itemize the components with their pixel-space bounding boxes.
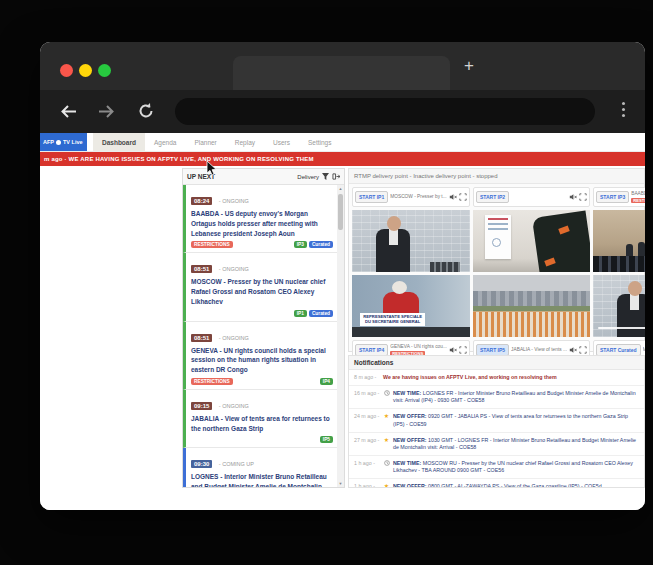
stream-controls-ip3: START IP3 BAABDA - US deputy en... RESTR… [593,187,645,207]
up-next-scrollbar[interactable]: ▲ ▼ [337,185,344,487]
delivery-label: Delivery [297,174,319,180]
tab-replay[interactable]: Replay [226,133,264,151]
rtmp-panel: RTMP delivery point - Inactive delivery … [348,168,645,352]
delivery-badge-ip: IP1 [294,310,307,317]
forward-icon[interactable] [98,104,115,123]
start-ip2-button[interactable]: START IP2 [476,191,509,203]
video-ip5-jabalia[interactable] [473,275,590,337]
notification-time: 1 h ago - [354,460,380,466]
start-ip1-button[interactable]: START IP1 [355,191,388,203]
delivery-badge-ip: IP3 [294,241,307,248]
event-status: - ONGOING [219,198,249,204]
clock-icon [383,390,390,397]
event-card[interactable]: 09:30 - COMING UP LOGNES - Interior Mini… [183,448,337,487]
browser-titlebar: + [40,42,645,90]
restrictions-badge: RESTRICTIONS [631,198,645,203]
tab-users[interactable]: Users [264,133,299,151]
filter-icon[interactable] [322,173,329,180]
event-status: - ONGOING [219,403,249,409]
notification-time: 1 h ago - [354,483,380,488]
afp-tv-live-logo[interactable]: AFP TV Live [40,133,87,151]
notification-text: NEW OFFER: 1030 GMT - LOGNES FR - Interi… [393,437,639,451]
video-ip1-moscow[interactable] [352,210,470,272]
event-time: 08:24 [191,197,212,205]
restrictions-badge: RESTRICTIONS [191,241,233,248]
start-ip3-button[interactable]: START IP3 [596,191,629,203]
notification-text: NEW OFFER: 0800 GMT - AL-ZAWAYDA PS - Vi… [393,483,602,488]
up-next-title: UP NEXT [187,173,297,180]
clock-icon [383,460,390,467]
scroll-up-icon[interactable]: ▲ [338,186,343,191]
new-tab-button[interactable]: + [458,55,480,77]
notification-row[interactable]: 1 h ago - ★ NEW OFFER: 0800 GMT - AL-ZAW… [349,479,644,488]
event-title: MOSCOW - Presser by the UN nuclear chief… [191,277,333,306]
tab-planner[interactable]: Planner [185,133,225,151]
event-card[interactable]: 08:51 - ONGOING GENEVA - UN rights counc… [183,322,337,390]
seek-bar[interactable] [598,327,645,329]
event-status: - ONGOING [219,335,249,341]
event-status: - ONGOING [219,266,249,272]
rtmp-header: RTMP delivery point - Inactive delivery … [349,169,644,184]
video-ip3-baabda[interactable] [593,210,645,272]
notification-row[interactable]: 27 m ago - ★ NEW OFFER: 1030 GMT - LOGNE… [349,433,644,456]
notification-time: 24 m ago - [354,413,380,419]
address-bar[interactable] [175,98,595,125]
fullscreen-icon[interactable] [459,193,467,201]
collapse-panel-icon[interactable] [332,173,340,180]
tab-settings[interactable]: Settings [299,133,341,151]
browser-menu-icon[interactable] [622,102,625,117]
notification-text: NEW TIME: MOSCOW RU - Presser by the UN … [393,460,639,474]
stream-label: MOSCOW - Presser by t... [390,194,447,200]
mute-icon[interactable] [569,346,577,354]
brand-afp: AFP [43,139,54,145]
tab-agenda[interactable]: Agenda [145,133,185,151]
fullscreen-icon[interactable] [579,193,587,201]
event-title: GENEVA - UN rights council holds a speci… [191,346,333,375]
delivery-badge-curated: Curated [309,310,333,317]
notification-row[interactable]: 16 m ago - NEW TIME: LOGNES FR - Interio… [349,386,644,409]
mute-icon[interactable] [449,346,457,354]
video-curated-moscow[interactable] [593,275,645,337]
stream-label: MOSCOW - Pres... [643,347,645,353]
dashboard-content: UP NEXT Delivery 08:24 - ONGOING BAABDA … [40,166,645,510]
event-card[interactable]: 09:15 - ONGOING JABALIA - View of tents … [183,390,337,449]
notification-time: 27 m ago - [354,437,380,443]
event-card[interactable]: 08:24 - ONGOING BAABDA - US deputy envoy… [183,185,337,253]
refresh-icon[interactable] [137,102,155,124]
back-icon[interactable] [60,104,77,123]
notifications-panel: Notifications 8 m ago - We are having is… [348,355,645,488]
close-window-button[interactable] [60,64,73,77]
video-ip2[interactable] [473,210,590,272]
event-time: 09:30 [191,460,212,468]
notification-row[interactable]: 1 h ago - NEW TIME: MOSCOW RU - Presser … [349,456,644,479]
fullscreen-icon[interactable] [459,346,467,354]
mute-icon[interactable] [449,193,457,201]
fullscreen-icon[interactable] [579,346,587,354]
video-ip4-geneva[interactable]: REPRESENTANTE SPECIALE DU SECRETAIRE GEN… [352,275,470,337]
event-card[interactable]: 08:51 - ONGOING MOSCOW - Presser by the … [183,253,337,321]
browser-navbar [40,90,645,133]
event-title: BAABDA - US deputy envoy's Morgan Ortagu… [191,209,333,238]
event-title: JABALIA - View of tents area for returne… [191,414,333,434]
video-caption: REPRESENTANTE SPECIALE DU SECRETAIRE GEN… [360,313,425,326]
stream-controls-ip2: START IP2 [473,187,590,207]
scrollbar-thumb[interactable] [338,194,343,230]
notification-row[interactable]: 24 m ago - ★ NEW OFFER: 0920 GMT - JABAL… [349,409,644,432]
stream-label: GENEVA - UN rights cou... [390,344,447,350]
browser-tab[interactable] [233,56,450,90]
minimize-window-button[interactable] [79,64,92,77]
stream-label: BAABDA - US deputy en... [631,191,645,197]
event-time: 08:51 [191,265,212,273]
brand-tv-live: TV Live [63,139,83,145]
notifications-title: Notifications [349,356,644,370]
stream-controls-ip1: START IP1 MOSCOW - Presser by t... [352,187,470,207]
event-title: LOGNES - Interior Minister Bruno Retaill… [191,472,333,487]
mute-icon[interactable] [569,193,577,201]
scroll-down-icon[interactable]: ▼ [338,481,343,486]
event-time: 08:51 [191,334,212,342]
maximize-window-button[interactable] [98,64,111,77]
afp-globe-icon [56,140,61,145]
tab-dashboard[interactable]: Dashboard [93,133,145,151]
notification-row[interactable]: 8 m ago - We are having issues on AFPTV … [349,370,644,386]
app-tabs: Dashboard Agenda Planner Replay Users Se… [93,133,341,151]
